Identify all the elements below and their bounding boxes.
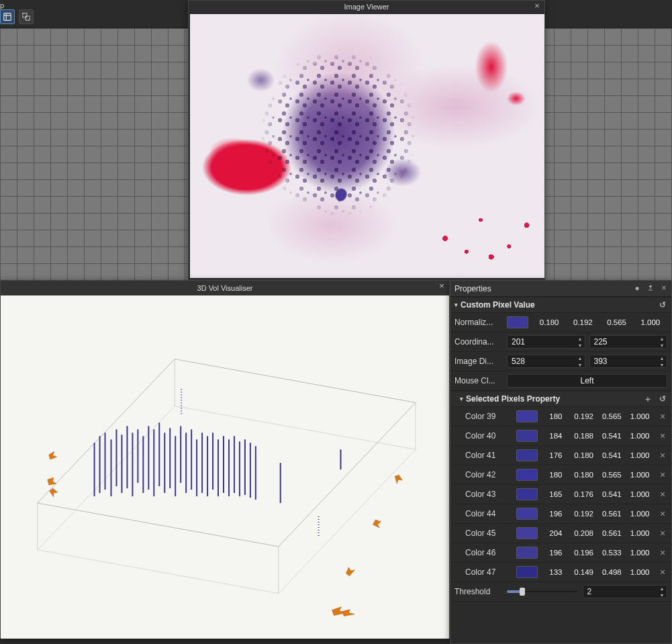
normalized-v2: 0.565 bbox=[600, 318, 634, 326]
properties-dot-icon[interactable]: ● bbox=[632, 283, 642, 293]
svg-rect-2 bbox=[26, 16, 30, 20]
color-swatch[interactable] bbox=[516, 508, 538, 520]
remove-color-icon[interactable]: × bbox=[658, 567, 667, 578]
color-v1: 0.188 bbox=[570, 432, 598, 440]
normalized-swatch[interactable] bbox=[507, 316, 528, 328]
color-swatch[interactable] bbox=[516, 527, 538, 539]
coord-x-input[interactable]: 201▴▾ bbox=[507, 335, 585, 349]
histology-cell-noise bbox=[190, 14, 544, 278]
color-row: Color 411760.1800.5411.000× bbox=[450, 446, 671, 465]
color-values: 2040.2080.5611.000 bbox=[542, 529, 654, 537]
color-v2: 0.565 bbox=[598, 471, 626, 479]
section-reset-icon[interactable]: ↺ bbox=[658, 394, 667, 404]
remove-color-icon[interactable]: × bbox=[658, 450, 667, 461]
color-v1: 0.176 bbox=[570, 490, 598, 498]
chevron-down-icon: ▾ bbox=[454, 302, 458, 308]
color-v1: 0.196 bbox=[570, 549, 598, 557]
color-v3: 1.000 bbox=[626, 432, 654, 440]
color-swatch[interactable] bbox=[516, 410, 538, 422]
color-label: Color 46 bbox=[454, 548, 512, 557]
custom-pixel-body: Normaliz... 0.180 0.192 0.565 1.000 Coor… bbox=[450, 313, 671, 391]
label-threshold: Threshold bbox=[454, 587, 503, 596]
color-v0: 133 bbox=[542, 568, 570, 576]
remove-color-icon[interactable]: × bbox=[658, 508, 667, 519]
row-mouse-click: Mouse Cl... Left bbox=[450, 371, 671, 391]
color-label: Color 41 bbox=[454, 451, 512, 460]
color-v3: 1.000 bbox=[626, 412, 654, 420]
color-v1: 0.180 bbox=[570, 451, 598, 459]
section-custom-pixel-value[interactable]: ▾ Custom Pixel Value ↺ bbox=[450, 297, 671, 313]
tool-select[interactable] bbox=[19, 9, 34, 24]
color-v3: 1.000 bbox=[626, 451, 654, 459]
remove-color-icon[interactable]: × bbox=[658, 547, 667, 558]
color-label: Color 39 bbox=[454, 412, 512, 421]
color-v2: 0.498 bbox=[598, 568, 626, 576]
threshold-slider[interactable] bbox=[507, 590, 577, 593]
section-title: Selected Pixels Property bbox=[466, 394, 560, 404]
color-v2: 0.533 bbox=[598, 549, 626, 557]
color-v3: 1.000 bbox=[626, 549, 654, 557]
add-pixel-icon[interactable]: ＋ bbox=[643, 394, 653, 404]
color-row: Color 461960.1960.5331.000× bbox=[450, 543, 671, 563]
label-normalized: Normaliz... bbox=[454, 318, 503, 327]
remove-color-icon[interactable]: × bbox=[658, 489, 667, 500]
color-row: Color 471330.1490.4981.000× bbox=[450, 563, 671, 582]
color-v1: 0.192 bbox=[570, 412, 598, 420]
color-v0: 176 bbox=[542, 451, 570, 459]
color-v0: 165 bbox=[542, 490, 570, 498]
color-swatch[interactable] bbox=[516, 449, 538, 461]
remove-color-icon[interactable]: × bbox=[658, 528, 667, 539]
tool-move[interactable] bbox=[0, 9, 15, 24]
color-swatch[interactable] bbox=[516, 430, 538, 442]
dim-w-input[interactable]: 528▴▾ bbox=[507, 355, 585, 368]
remove-color-icon[interactable]: × bbox=[658, 469, 667, 480]
image-viewer-window: Image Viewer × bbox=[188, 0, 545, 280]
color-values: 1960.1920.5611.000 bbox=[542, 510, 654, 518]
row-normalized: Normaliz... 0.180 0.192 0.565 1.000 bbox=[450, 313, 671, 332]
color-label: Color 47 bbox=[454, 567, 512, 577]
color-v0: 196 bbox=[542, 510, 570, 518]
image-viewer-titlebar[interactable]: Image Viewer × bbox=[189, 1, 544, 13]
vol-visualiser-viewport[interactable] bbox=[1, 295, 449, 639]
color-swatch[interactable] bbox=[516, 547, 538, 559]
image-viewer-title: Image Viewer bbox=[344, 3, 389, 11]
color-v0: 204 bbox=[542, 529, 570, 537]
color-row: Color 431650.1760.5411.000× bbox=[450, 485, 671, 504]
dim-h-input[interactable]: 393▴▾ bbox=[589, 355, 668, 368]
color-swatch[interactable] bbox=[516, 488, 538, 500]
color-swatch[interactable] bbox=[516, 469, 538, 481]
image-viewer-content[interactable] bbox=[190, 14, 544, 278]
row-coordinates: Coordina... 201▴▾ 225▴▾ bbox=[450, 332, 671, 352]
color-row: Color 452040.2080.5611.000× bbox=[450, 524, 671, 543]
mouse-click-select[interactable]: Left bbox=[507, 374, 667, 387]
section-selected-pixels[interactable]: ▾ Selected Pixels Property ＋ ↺ bbox=[450, 391, 671, 407]
menu-label-partial[interactable]: p bbox=[0, 1, 4, 9]
color-v2: 0.541 bbox=[598, 490, 626, 498]
normalized-v3: 1.000 bbox=[634, 318, 667, 326]
svg-rect-0 bbox=[4, 13, 11, 21]
image-viewer-close[interactable]: × bbox=[532, 1, 542, 11]
label-coordinates: Coordina... bbox=[454, 337, 503, 347]
color-v0: 196 bbox=[542, 549, 570, 557]
color-values: 1330.1490.4981.000 bbox=[542, 568, 654, 576]
color-v1: 0.192 bbox=[570, 510, 598, 518]
color-swatch[interactable] bbox=[516, 566, 538, 578]
properties-header[interactable]: Properties ● × bbox=[450, 281, 671, 297]
row-image-dim: Image Di... 528▴▾ 393▴▾ bbox=[450, 352, 671, 371]
normalized-v0: 0.180 bbox=[532, 318, 566, 326]
threshold-input[interactable]: 2▴▾ bbox=[583, 585, 668, 598]
remove-color-icon[interactable]: × bbox=[658, 411, 667, 422]
color-v0: 180 bbox=[542, 471, 570, 479]
vol-visualiser-titlebar[interactable]: 3D Vol Visualiser × bbox=[1, 281, 449, 295]
properties-pin-icon[interactable] bbox=[646, 283, 655, 293]
properties-close-icon[interactable]: × bbox=[659, 283, 669, 293]
coord-y-input[interactable]: 225▴▾ bbox=[589, 335, 668, 349]
label-mouse-click: Mouse Cl... bbox=[454, 376, 503, 385]
remove-color-icon[interactable]: × bbox=[658, 430, 667, 441]
section-reset-icon[interactable]: ↺ bbox=[658, 300, 667, 310]
svg-rect-1 bbox=[23, 13, 27, 17]
vol-visualiser-close[interactable]: × bbox=[437, 281, 446, 291]
row-threshold: Threshold2▴▾ bbox=[450, 582, 671, 602]
color-v1: 0.208 bbox=[570, 529, 598, 537]
color-v1: 0.149 bbox=[570, 568, 598, 576]
